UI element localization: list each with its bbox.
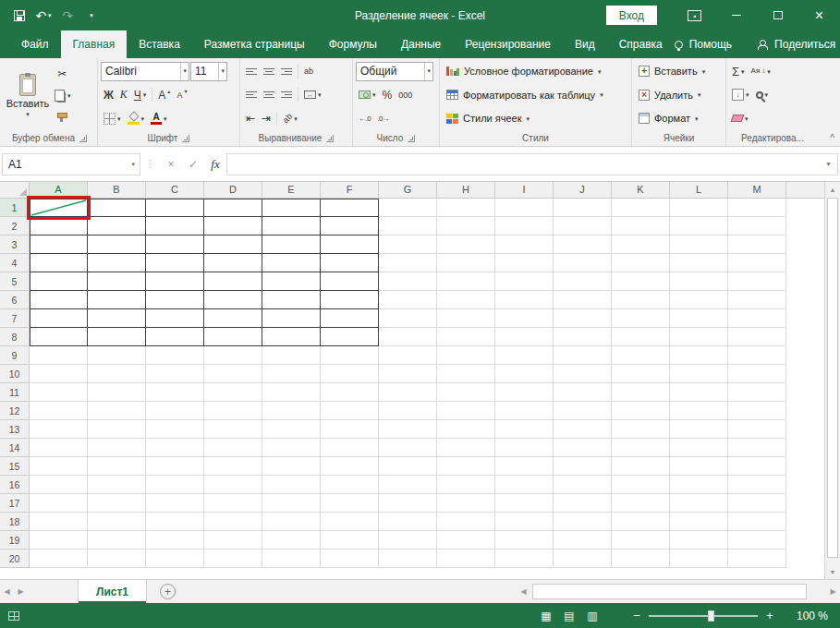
column-header-J[interactable]: J <box>554 182 612 198</box>
underline-dropdown-icon[interactable]: ▾ <box>143 91 147 98</box>
cell-E12[interactable] <box>262 402 321 420</box>
cell-K2[interactable] <box>612 217 670 236</box>
cell-C7[interactable] <box>146 309 204 328</box>
cell-C17[interactable] <box>146 494 204 513</box>
cell-C19[interactable] <box>146 531 204 550</box>
cell-F1[interactable] <box>321 199 379 217</box>
orientation-dropdown-icon[interactable]: ▾ <box>294 115 298 122</box>
cell-C6[interactable] <box>146 291 204 309</box>
cell-G20[interactable] <box>379 550 437 568</box>
cell-K9[interactable] <box>612 346 670 365</box>
font-dialog-launcher-icon[interactable] <box>182 135 189 142</box>
ribbon-display-options-button[interactable]: ▴ <box>674 0 715 30</box>
undo-button[interactable]: ↶▾ <box>31 4 55 28</box>
cell-A17[interactable] <box>30 494 88 513</box>
cell-A6[interactable] <box>30 291 88 309</box>
cell-M19[interactable] <box>728 531 786 550</box>
cell-M7[interactable] <box>728 309 786 328</box>
column-header-F[interactable]: F <box>321 182 379 198</box>
cell-F9[interactable] <box>321 346 379 365</box>
cell-H20[interactable] <box>437 550 495 568</box>
cell-E18[interactable] <box>262 513 321 531</box>
customize-quick-access-button[interactable]: ▾ <box>79 4 103 28</box>
fill-color-dropdown-icon[interactable]: ▾ <box>141 115 145 122</box>
row-header-17[interactable]: 17 <box>0 494 29 513</box>
cell-E19[interactable] <box>262 531 321 550</box>
formula-input[interactable] <box>226 153 820 175</box>
cell-G10[interactable] <box>379 365 437 383</box>
cell-G14[interactable] <box>379 439 437 457</box>
number-format-dropdown-icon[interactable]: ▾ <box>424 63 432 80</box>
cell-B4[interactable] <box>88 254 146 272</box>
help-button[interactable]: Помощь <box>675 38 732 51</box>
column-header-M[interactable]: M <box>728 182 786 198</box>
cell-C4[interactable] <box>146 254 204 272</box>
cell-D9[interactable] <box>204 346 262 365</box>
increase-decimal-button[interactable]: ←.0 <box>356 109 373 128</box>
cell-H1[interactable] <box>437 199 495 217</box>
cell-C10[interactable] <box>146 365 204 383</box>
cell-H4[interactable] <box>437 254 495 272</box>
cell-A19[interactable] <box>30 531 88 550</box>
row-header-3[interactable]: 3 <box>0 236 29 254</box>
tab-справка[interactable]: Справка <box>607 30 675 58</box>
number-format-combo[interactable]: Общий▾ <box>356 62 433 81</box>
row-header-18[interactable]: 18 <box>0 513 29 531</box>
cell-H13[interactable] <box>437 420 495 439</box>
cell-G13[interactable] <box>379 420 437 439</box>
cell-A7[interactable] <box>30 309 88 328</box>
row-header-11[interactable]: 11 <box>0 383 29 402</box>
maximize-button[interactable] <box>757 0 798 30</box>
cell-E17[interactable] <box>262 494 321 513</box>
align-right-button[interactable] <box>278 85 295 104</box>
normal-view-button[interactable]: ▦ <box>538 610 554 622</box>
cell-E14[interactable] <box>262 439 321 457</box>
row-header-20[interactable]: 20 <box>0 550 29 568</box>
cell-C18[interactable] <box>146 513 204 531</box>
tab-файл[interactable]: Файл <box>9 30 61 58</box>
cell-L20[interactable] <box>670 550 728 568</box>
cell-F7[interactable] <box>321 309 379 328</box>
cell-A2[interactable] <box>30 217 88 236</box>
vertical-scrollbar[interactable]: ▲ ▼ <box>824 182 840 579</box>
cell-C20[interactable] <box>146 550 204 568</box>
cell-G4[interactable] <box>379 254 437 272</box>
cell-K3[interactable] <box>612 236 670 254</box>
cell-E13[interactable] <box>262 420 321 439</box>
cell-E1[interactable] <box>262 199 321 217</box>
cell-D19[interactable] <box>204 531 262 550</box>
cell-F13[interactable] <box>321 420 379 439</box>
cell-M11[interactable] <box>728 383 786 402</box>
cell-C13[interactable] <box>146 420 204 439</box>
scroll-left-button[interactable]: ◀ <box>517 580 530 603</box>
cell-L17[interactable] <box>670 494 728 513</box>
column-header-G[interactable]: G <box>379 182 437 198</box>
cell-G11[interactable] <box>379 383 437 402</box>
sheet-tab-list1[interactable]: Лист1 <box>78 580 147 603</box>
cell-K14[interactable] <box>612 439 670 457</box>
cell-E2[interactable] <box>262 217 321 236</box>
cell-B6[interactable] <box>88 291 146 309</box>
cell-E8[interactable] <box>262 328 321 346</box>
cell-I9[interactable] <box>495 346 554 365</box>
fill-color-button[interactable]: ▾ <box>125 109 148 128</box>
cell-A9[interactable] <box>30 346 88 365</box>
cell-C5[interactable] <box>146 272 204 291</box>
page-break-view-button[interactable]: ▥ <box>584 610 601 622</box>
cell-E9[interactable] <box>262 346 321 365</box>
cell-I13[interactable] <box>495 420 554 439</box>
cell-D5[interactable] <box>204 272 262 291</box>
cell-H16[interactable] <box>437 476 495 494</box>
cell-A4[interactable] <box>30 254 88 272</box>
tab-рецензирование[interactable]: Рецензирование <box>453 30 563 58</box>
cell-M14[interactable] <box>728 439 786 457</box>
font-family-dropdown-icon[interactable]: ▾ <box>180 63 189 80</box>
tab-вид[interactable]: Вид <box>563 30 607 58</box>
cell-H5[interactable] <box>437 272 495 291</box>
cell-G19[interactable] <box>379 531 437 550</box>
align-center-button[interactable] <box>261 85 277 104</box>
cell-D1[interactable] <box>204 199 262 217</box>
row-header-15[interactable]: 15 <box>0 457 29 476</box>
sign-in-button[interactable]: Вход <box>606 6 657 25</box>
cell-G2[interactable] <box>379 217 437 236</box>
